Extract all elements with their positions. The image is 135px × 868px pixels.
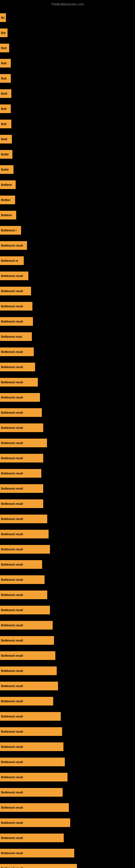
bottleneck-bar: Bottleneck result <box>0 469 41 478</box>
bar-row: Bottleneck result <box>0 648 135 663</box>
bar-row: Bott <box>0 116 135 131</box>
bar-label: Bottleneck result <box>1 457 23 460</box>
bottleneck-bar: Bottleneck result <box>0 803 69 812</box>
bar-label: Bottleneck result <box>1 822 23 824</box>
bar-row: Bottleneck result <box>0 861 135 868</box>
bottleneck-bar: Bottleneck result <box>0 834 64 842</box>
bar-row: Bottleneck result <box>0 496 135 511</box>
bottleneck-bar: Bottleneck result <box>0 530 49 538</box>
bar-label: Bottleneck result <box>1 442 23 444</box>
bar-label: Bottleneck result <box>1 730 23 733</box>
bottleneck-bar: Bottleneck result <box>0 818 70 827</box>
bar-row: Bottleneck result <box>0 405 135 420</box>
bar-label: Bottl <box>1 138 7 141</box>
bar-label: Bottleneck result <box>1 715 23 718</box>
bar-label: Bottleneck result <box>1 548 23 551</box>
bottleneck-bar: Bottleneck result <box>0 757 65 766</box>
bar-row: Bott <box>0 71 135 86</box>
bottleneck-bar: Bottleneck result <box>0 590 47 599</box>
bar-label: Bottleneck r <box>1 229 17 232</box>
bottleneck-bar: Bottleneck result <box>0 363 35 371</box>
bar-row: Bottlene <box>0 177 135 192</box>
bar-label: Bottlene <box>1 183 12 186</box>
bottleneck-bar: Bottleneck result <box>0 712 61 721</box>
bottleneck-bar: Bottl <box>0 89 11 98</box>
bar-label: Bottleneck result <box>1 244 23 247</box>
bottleneck-bar: Bottleneck r <box>0 226 21 235</box>
bottleneck-bar: Bottlene <box>0 211 16 219</box>
bar-label: Bottlen <box>1 198 10 202</box>
bar-label: Bottleneck resul <box>1 335 22 338</box>
bar-row: Bott <box>0 40 135 56</box>
bar-label: Bottleneck result <box>1 381 23 384</box>
bar-row: Bottleneck result <box>0 420 135 435</box>
bar-label: Bottleneck result <box>1 700 23 703</box>
bottleneck-bar: Bottleneck result <box>0 287 31 296</box>
bar-row: Bottleneck result <box>0 587 135 602</box>
bar-label: Bottleneck result <box>1 791 23 794</box>
bottleneck-bar: Bottleneck result <box>0 484 43 493</box>
bar-label: Bottleneck result <box>1 852 23 855</box>
bottleneck-bar: Bottleneck result <box>0 742 63 751</box>
bar-row: Bo <box>0 10 135 25</box>
bar-row: Bottleneck result <box>0 724 135 739</box>
bar-label: Bott <box>1 77 6 80</box>
bottleneck-bar: Bott <box>0 74 11 83</box>
bottleneck-bar: Bott <box>0 104 11 113</box>
bar-label: Bott <box>1 46 6 50</box>
bar-label: Bott <box>1 107 6 111</box>
bar-row: Bot <box>0 25 135 40</box>
bar-row: Bottleneck result <box>0 344 135 360</box>
bar-label: Bottleneck result <box>1 305 23 308</box>
bar-row: Bottleneck result <box>0 815 135 830</box>
bottleneck-bar: Bottleneck result <box>0 393 40 402</box>
bar-row: Bottleneck result <box>0 390 135 405</box>
bottleneck-bar: Bottleneck result <box>0 454 43 463</box>
bottleneck-bar: Bottlene <box>0 180 16 189</box>
bottleneck-bar: Bottleneck resul <box>0 332 32 341</box>
bottleneck-bar: Bottle <box>0 150 12 159</box>
bar-row: Bottleneck result <box>0 527 135 542</box>
bar-row: Bottleneck re <box>0 253 135 268</box>
bottleneck-bar: Bottleneck result <box>0 727 62 736</box>
bar-label: Bottleneck result <box>1 366 23 369</box>
bar-label: Bottleneck result <box>1 578 23 581</box>
bar-row: Bottleneck result <box>0 739 135 754</box>
bar-row: Bottleneck result <box>0 360 135 375</box>
bottleneck-bar: Bottleneck result <box>0 621 53 629</box>
bottleneck-bar: Bottleneck result <box>0 788 63 797</box>
bar-row: Bottl <box>0 86 135 101</box>
bar-label: Bottleneck result <box>1 806 23 809</box>
bar-row: Bottleneck result <box>0 663 135 678</box>
bar-row: Bottleneck result <box>0 481 135 496</box>
bar-row: Bottleneck result <box>0 268 135 283</box>
bar-row: Bottleneck result <box>0 800 135 815</box>
bar-row: Bottleneck result <box>0 557 135 572</box>
bar-label: Bottleneck result <box>1 654 23 657</box>
bar-row: Bott <box>0 56 135 71</box>
bar-label: Bott <box>1 62 6 65</box>
bar-row: Bottle <box>0 162 135 177</box>
bottleneck-bar: Bottleneck result <box>0 302 32 311</box>
bar-label: Bottlene <box>1 214 12 217</box>
site-title: TheBottlenecker.com <box>0 0 135 7</box>
bar-label: Bottleneck result <box>1 533 23 536</box>
bar-label: Bottleneck result <box>1 761 23 764</box>
bar-label: Bottleneck result <box>1 426 23 429</box>
bar-row: Bottleneck result <box>0 238 135 253</box>
bottleneck-bar: Bo <box>0 13 6 22</box>
bar-label: Bottleneck result <box>1 685 23 688</box>
bar-row: Bottl <box>0 131 135 147</box>
bar-label: Bottleneck result <box>1 639 23 642</box>
bar-label: Bottleneck result <box>1 867 23 868</box>
bar-label: Bottleneck result <box>1 290 23 293</box>
bottleneck-bar: Bottleneck result <box>0 666 57 675</box>
bar-row: Bottleneck result <box>0 693 135 709</box>
bottleneck-bar: Bottleneck result <box>0 439 47 447</box>
bar-row: Bottleneck result <box>0 314 135 329</box>
bar-row: Bottle <box>0 147 135 162</box>
bar-label: Bottleneck result <box>1 593 23 596</box>
bottleneck-bar: Bottleneck re <box>0 256 24 265</box>
bar-row: Bottleneck result <box>0 785 135 800</box>
bar-label: Bottleneck result <box>1 320 23 323</box>
